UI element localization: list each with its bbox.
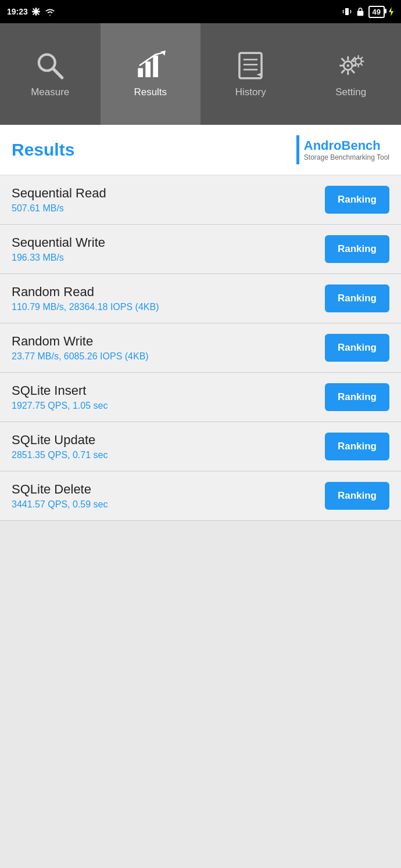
result-info: Random Write 23.77 MB/s, 6085.26 IOPS (4… — [12, 334, 325, 362]
tab-results[interactable]: Results — [101, 23, 201, 125]
svg-point-17 — [355, 58, 361, 64]
tab-measure[interactable]: Measure — [0, 23, 101, 125]
results-icon — [135, 51, 166, 81]
result-item: Random Read 110.79 MB/s, 28364.18 IOPS (… — [0, 274, 401, 323]
page-title: Results — [12, 140, 74, 160]
tab-setting-label: Setting — [335, 87, 366, 98]
result-list: Sequential Read 507.61 MB/s Ranking Sequ… — [0, 175, 401, 521]
charging-icon — [388, 7, 394, 16]
battery-display: 49 — [368, 6, 385, 18]
results-header: Results AndroBench Storage Benchmarking … — [0, 125, 401, 175]
result-info: SQLite Insert 1927.75 QPS, 1.05 sec — [12, 383, 325, 411]
wifi-icon — [44, 7, 56, 16]
result-item: Sequential Write 196.33 MB/s Ranking — [0, 225, 401, 274]
tab-history-label: History — [235, 87, 266, 98]
ranking-button[interactable]: Ranking — [325, 284, 389, 312]
result-name: Random Write — [12, 334, 325, 349]
tab-history[interactable]: History — [201, 23, 301, 125]
result-item: Sequential Read 507.61 MB/s Ranking — [0, 175, 401, 225]
result-name: SQLite Insert — [12, 383, 325, 398]
svg-rect-8 — [153, 55, 158, 77]
svg-rect-6 — [138, 68, 143, 77]
setting-icon — [336, 51, 366, 81]
brand-name: AndroBench — [304, 138, 389, 153]
brand: AndroBench Storage Benchmarking Tool — [296, 135, 389, 164]
result-value: 23.77 MB/s, 6085.26 IOPS (4KB) — [12, 351, 325, 362]
brand-bar — [296, 135, 299, 164]
result-name: Random Read — [12, 284, 325, 300]
result-item: Random Write 23.77 MB/s, 6085.26 IOPS (4… — [0, 323, 401, 373]
tab-setting[interactable]: Setting — [301, 23, 402, 125]
result-info: Sequential Read 507.61 MB/s — [12, 186, 325, 214]
status-right: 49 — [342, 6, 394, 18]
result-info: SQLite Delete 3441.57 QPS, 0.59 sec — [12, 482, 325, 510]
svg-rect-2 — [345, 8, 349, 15]
brand-text: AndroBench Storage Benchmarking Tool — [304, 138, 389, 161]
svg-rect-7 — [145, 62, 151, 77]
x-icon — [31, 7, 41, 16]
history-icon — [235, 51, 266, 81]
svg-line-5 — [53, 69, 62, 78]
ranking-button[interactable]: Ranking — [325, 383, 389, 411]
status-left: 19:23 — [7, 7, 56, 16]
ranking-button[interactable]: Ranking — [325, 334, 389, 362]
footer-space — [0, 521, 401, 695]
result-info: Sequential Write 196.33 MB/s — [12, 235, 325, 263]
svg-marker-14 — [257, 73, 262, 77]
svg-point-16 — [346, 64, 349, 66]
result-value: 2851.35 QPS, 0.71 sec — [12, 450, 325, 460]
brand-sub: Storage Benchmarking Tool — [304, 153, 389, 161]
status-bar: 19:23 49 — [0, 0, 401, 23]
result-value: 110.79 MB/s, 28364.18 IOPS (4KB) — [12, 302, 325, 312]
measure-icon — [35, 51, 65, 81]
tab-measure-label: Measure — [31, 87, 69, 98]
result-name: Sequential Write — [12, 235, 325, 250]
result-item: SQLite Update 2851.35 QPS, 0.71 sec Rank… — [0, 422, 401, 471]
ranking-button[interactable]: Ranking — [325, 186, 389, 214]
result-item: SQLite Delete 3441.57 QPS, 0.59 sec Rank… — [0, 471, 401, 521]
ranking-button[interactable]: Ranking — [325, 235, 389, 263]
tab-results-label: Results — [134, 87, 167, 98]
nav-tabs: Measure Results History Se — [0, 23, 401, 125]
result-value: 507.61 MB/s — [12, 203, 325, 214]
result-info: Random Read 110.79 MB/s, 28364.18 IOPS (… — [12, 284, 325, 312]
result-value: 1927.75 QPS, 1.05 sec — [12, 401, 325, 411]
ranking-button[interactable]: Ranking — [325, 433, 389, 460]
ranking-button[interactable]: Ranking — [325, 482, 389, 510]
result-value: 196.33 MB/s — [12, 253, 325, 263]
result-info: SQLite Update 2851.35 QPS, 0.71 sec — [12, 433, 325, 460]
result-item: SQLite Insert 1927.75 QPS, 1.05 sec Rank… — [0, 373, 401, 422]
svg-rect-3 — [357, 11, 363, 16]
result-name: SQLite Delete — [12, 482, 325, 497]
result-name: SQLite Update — [12, 433, 325, 448]
result-name: Sequential Read — [12, 186, 325, 201]
lock-icon — [356, 6, 365, 17]
vibrate-icon — [342, 6, 352, 17]
result-value: 3441.57 QPS, 0.59 sec — [12, 499, 325, 510]
time: 19:23 — [7, 7, 28, 16]
